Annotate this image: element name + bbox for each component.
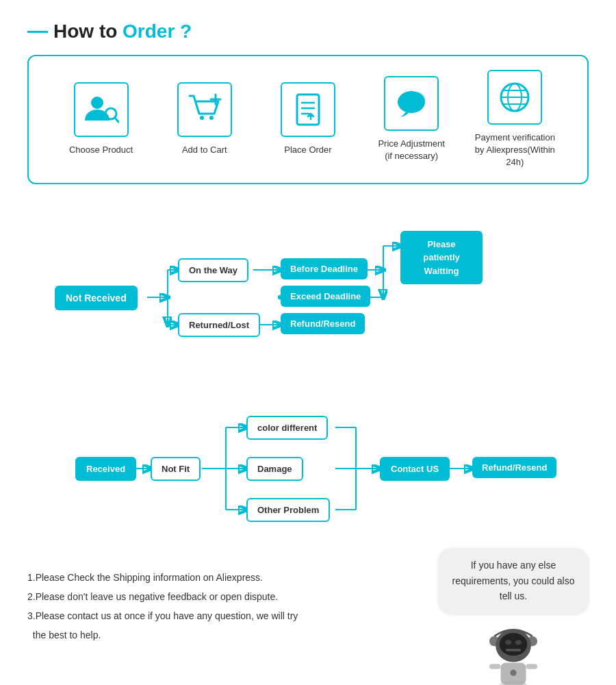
svg-point-12: [406, 92, 425, 107]
step1-label: Choose Product: [69, 144, 133, 156]
box-not-fit: Not Fit: [151, 457, 201, 481]
title-text: How to Order ?: [53, 21, 192, 42]
svg-point-0: [91, 97, 103, 109]
person-search-icon: [84, 92, 119, 127]
step4-label: Price Adjustment(if necessary): [378, 138, 445, 162]
svg-point-44: [505, 640, 511, 645]
svg-point-3: [200, 116, 204, 120]
svg-line-2: [115, 118, 118, 122]
svg-point-43: [500, 633, 528, 656]
box-please-wait: Please patientlyWaitting: [400, 231, 483, 285]
robot-bubble: If you have any else requirements, you c…: [438, 548, 589, 685]
title-accent-line: [27, 31, 48, 33]
step5-icon-box: [487, 70, 542, 125]
cart-icon: [187, 92, 222, 127]
box-returned-lost: Returned/Lost: [178, 313, 260, 337]
svg-point-4: [209, 116, 214, 120]
box-before-deadline: Before Deadline: [281, 258, 368, 279]
step-price-adjust: Price Adjustment(if necessary): [367, 76, 456, 162]
box-on-the-way: On the Way: [178, 258, 248, 282]
box-exceed-deadline: Exceed Deadline: [281, 286, 370, 307]
step2-label: Add to Cart: [182, 144, 227, 156]
steps-container: Choose Product Add to Cart: [27, 55, 589, 184]
box-contact-us[interactable]: Contact US: [380, 457, 450, 481]
svg-rect-50: [526, 664, 537, 669]
chat-icon: [394, 86, 429, 121]
svg-rect-46: [506, 649, 521, 651]
how-to-order-section: How to Order ? Choose Product: [0, 0, 616, 198]
step1-icon-box: [74, 82, 129, 137]
box-received: Received: [75, 457, 136, 481]
section-title: How to Order ?: [27, 21, 589, 42]
svg-rect-7: [297, 95, 319, 125]
box-refund-resend2: Refund/Resend: [472, 457, 556, 478]
step-add-cart: Add to Cart: [160, 82, 249, 156]
svg-point-51: [510, 669, 516, 675]
robot-illustration: [479, 617, 548, 685]
document-icon: [290, 92, 326, 127]
step5-label: Payment verificationby Aliexpress(Within…: [470, 132, 559, 169]
svg-rect-49: [489, 664, 501, 669]
globe-icon: [497, 79, 532, 115]
flowchart-received: Received Not Fit color different Damage …: [0, 390, 616, 547]
note-3: 3.Please contact us at once if you have …: [27, 606, 397, 645]
step4-icon-box: [384, 76, 439, 131]
step-place-order: Place Order: [264, 82, 352, 156]
flow1-container: Not Received On the Way Returned/Lost Be…: [27, 219, 589, 383]
flowchart-not-received: Not Received On the Way Returned/Lost Be…: [0, 198, 616, 390]
box-damage: Damage: [246, 457, 303, 481]
step3-icon-box: [281, 82, 335, 137]
notes-section: 1.Please Check the Shipping information …: [0, 547, 616, 685]
step2-icon-box: [177, 82, 232, 137]
title-accent-word: Order ?: [123, 21, 192, 42]
box-not-received: Not Received: [55, 286, 138, 310]
step3-label: Place Order: [284, 144, 331, 156]
box-other-problem: Other Problem: [246, 498, 330, 522]
svg-point-45: [515, 640, 522, 645]
speech-bubble: If you have any else requirements, you c…: [438, 548, 589, 613]
box-color-diff: color different: [246, 416, 328, 440]
box-refund-resend1: Refund/Resend: [281, 313, 365, 334]
flow2-container: Received Not Fit color different Damage …: [55, 397, 561, 540]
step-payment: Payment verificationby Aliexpress(Within…: [470, 70, 559, 169]
step-choose-product: Choose Product: [57, 82, 146, 156]
